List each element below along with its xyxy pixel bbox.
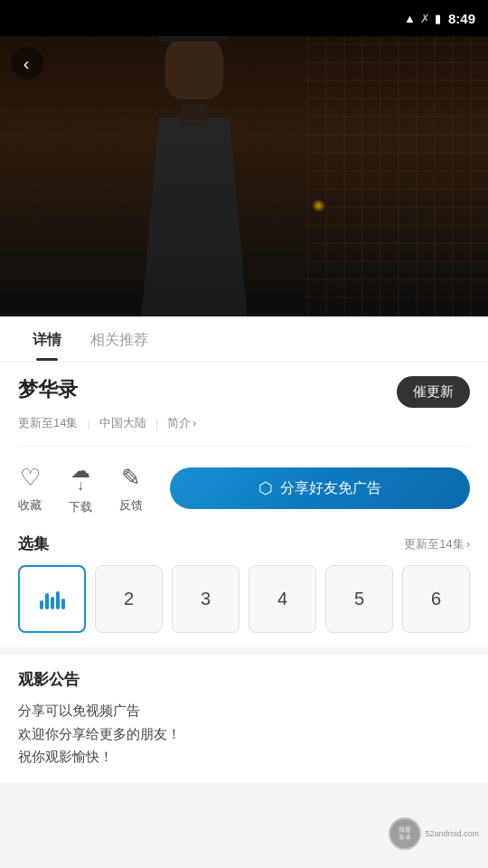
episode-item-4[interactable]: 4 [249,565,316,633]
download-button[interactable]: ☁ ↓ 下载 [69,461,92,515]
episodes-more-link[interactable]: 更新至14集 › [404,536,470,552]
back-arrow-icon: ‹ [23,54,30,72]
intro-chevron-icon: › [192,417,196,429]
drama-title: 梦华录 [18,376,78,403]
share-ad-button[interactable]: ⬡ 分享好友免广告 [170,467,470,509]
tab-related[interactable]: 相关推荐 [76,316,163,361]
tab-details[interactable]: 详情 [18,316,76,361]
figure-neck [182,104,207,127]
notice-section: 观影公告 分享可以免视频广告 欢迎你分享给更多的朋友！ 祝你观影愉快！ [0,655,488,783]
episode-item-2[interactable]: 2 [95,565,163,633]
episode-item-6[interactable]: 6 [402,565,470,633]
sim-icon: ✗ [420,12,430,25]
episodes-header: 选集 更新至14集 › [18,533,470,554]
notice-title: 观影公告 [18,669,470,690]
left-info: 梦华录 [18,376,78,403]
more-chevron-icon: › [466,537,470,551]
scene-decoration [307,36,488,316]
watermark-logo: 我爱安卓 [389,817,421,850]
meta-sep-1: | [87,417,89,430]
battery-icon: ▮ [435,12,441,25]
figure-body [136,118,253,316]
signal-icon: ▲ [404,12,416,25]
heart-icon: ♡ [20,464,41,492]
figure-head [165,36,224,99]
notice-content: 分享可以免视频广告 欢迎你分享给更多的朋友！ 祝你观影愉快！ [18,699,470,769]
feedback-button[interactable]: ✎ 反馈 [119,464,143,514]
video-player[interactable]: ‹ [0,36,488,316]
update-info: 更新至14集 [18,415,78,431]
title-row: 梦华录 催更新 [18,376,470,408]
share-icon: ⬡ [258,478,273,498]
figure [90,54,298,316]
content-area: 梦华录 催更新 更新至14集 | 中国大陆 | 简介 › ♡ 收藏 ☁ ↓ 下载 [0,362,488,647]
hat-band [159,36,230,42]
feedback-icon: ✎ [121,464,141,492]
episodes-section: 选集 更新至14集 › 2 [18,533,470,647]
update-request-button[interactable]: 催更新 [397,376,470,408]
episode-item-1[interactable] [18,565,86,633]
episode-item-5[interactable]: 5 [325,565,393,633]
status-time: 8:49 [448,11,475,26]
watermark-text: 52android.com [425,829,479,838]
status-bar: ▲ ✗ ▮ 8:49 [0,0,488,36]
scene-lantern [312,199,325,212]
episode-item-3[interactable]: 3 [172,565,239,633]
episodes-list: 2 3 4 5 6 [18,565,470,647]
meta-row: 更新至14集 | 中国大陆 | 简介 › [18,415,470,431]
region: 中国大陆 [99,415,146,431]
tabs-bar: 详情 相关推荐 [0,316,488,362]
playing-icon [40,590,65,609]
collect-button[interactable]: ♡ 收藏 [18,464,42,514]
video-scene [0,36,488,316]
episodes-title: 选集 [18,533,49,554]
intro-link[interactable]: 简介 › [167,415,196,431]
download-icon: ☁ ↓ [70,461,90,494]
back-button[interactable]: ‹ [11,47,43,80]
status-icons: ▲ ✗ ▮ [404,12,441,25]
meta-sep-2: | [155,417,158,430]
action-row: ♡ 收藏 ☁ ↓ 下载 ✎ 反馈 ⬡ 分享好友免广告 [18,446,470,515]
watermark: 我爱安卓 52android.com [389,817,479,850]
